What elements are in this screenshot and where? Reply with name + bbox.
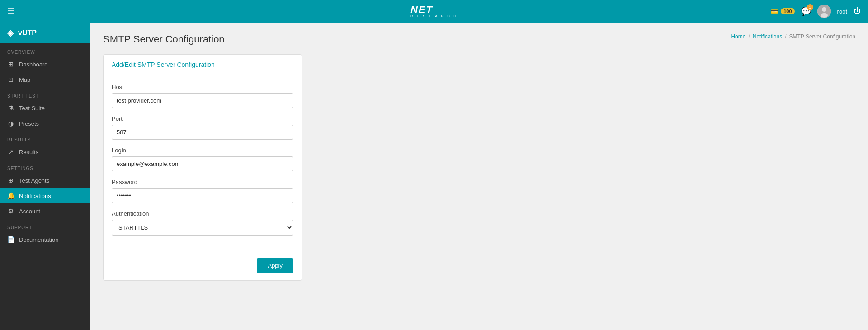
presets-icon: ◑	[7, 120, 14, 127]
auth-select[interactable]: STARTTLS SSL/TLS None	[112, 220, 293, 236]
brand-icon: ◈	[7, 28, 14, 38]
sidebar-item-label: Account	[19, 208, 40, 215]
password-input[interactable]	[112, 188, 293, 203]
login-input[interactable]	[112, 156, 293, 171]
page-title: SMTP Server Configuration	[103, 33, 225, 45]
breadcrumb-current: SMTP Server Configuration	[789, 33, 855, 40]
sidebar-item-results[interactable]: ↗ Results	[0, 144, 90, 160]
map-icon: ⊡	[7, 76, 14, 83]
sidebar-item-test-agents[interactable]: ⊕ Test Agents	[0, 173, 90, 188]
sidebar-item-account[interactable]: ⚙ Account	[0, 203, 90, 219]
auth-group: Authentication STARTTLS SSL/TLS None	[112, 210, 293, 236]
form-card: Add/Edit SMTP Server Configuration Host …	[103, 54, 302, 281]
port-label: Port	[112, 115, 293, 122]
logo-text: NET	[410, 5, 458, 15]
login-label: Login	[112, 147, 293, 154]
host-input[interactable]	[112, 93, 293, 108]
sidebar-item-notifications[interactable]: 🔔 Notifications	[0, 188, 90, 203]
header-right: 💳 100 💬 1 root ⏻	[771, 5, 861, 18]
sidebar-item-label: Test Agents	[19, 177, 49, 184]
main-container: ◈ vUTP OVERVIEW ⊞ Dashboard ⊡ Map START …	[0, 23, 868, 330]
sidebar-item-label: Test Suite	[19, 105, 45, 112]
sidebar-item-label: Dashboard	[19, 61, 48, 68]
sidebar-item-label: Documentation	[19, 236, 58, 243]
breadcrumb: Home / Notifications / SMTP Server Confi…	[731, 33, 855, 40]
password-label: Password	[112, 179, 293, 185]
svg-point-2	[821, 13, 828, 18]
auth-label: Authentication	[112, 210, 293, 217]
hamburger-icon[interactable]: ☰	[7, 6, 14, 16]
content-area: SMTP Server Configuration Home / Notific…	[90, 23, 868, 330]
notifications-icon: 🔔	[7, 192, 14, 199]
credits-group: 💳 100	[771, 8, 794, 15]
sidebar-item-label: Notifications	[19, 193, 51, 199]
sidebar-item-map[interactable]: ⊡ Map	[0, 72, 90, 87]
section-start-test: START TEST	[0, 87, 90, 100]
credits-badge: 100	[781, 8, 794, 14]
host-group: Host	[112, 84, 293, 108]
section-overview: OVERVIEW	[0, 43, 90, 57]
breadcrumb-sep-2: /	[785, 33, 786, 40]
avatar	[817, 5, 831, 18]
sidebar-item-label: Presets	[19, 120, 39, 127]
login-group: Login	[112, 147, 293, 171]
account-icon: ⚙	[7, 207, 14, 215]
chat-icon-wrap[interactable]: 💬 1	[801, 6, 811, 16]
password-group: Password	[112, 179, 293, 203]
page-header: SMTP Server Configuration Home / Notific…	[103, 33, 855, 45]
host-label: Host	[112, 84, 293, 90]
header-left: ☰	[7, 6, 14, 16]
sidebar-item-presets[interactable]: ◑ Presets	[0, 116, 90, 131]
breadcrumb-sep-1: /	[748, 33, 750, 40]
port-input[interactable]	[112, 125, 293, 140]
sidebar-item-label: Map	[19, 76, 30, 83]
power-icon[interactable]: ⏻	[854, 7, 861, 15]
sidebar-item-documentation[interactable]: 📄 Documentation	[0, 232, 90, 247]
sidebar-item-label: Results	[19, 149, 38, 156]
svg-point-1	[822, 7, 826, 12]
port-group: Port	[112, 115, 293, 140]
sidebar-item-test-suite[interactable]: ⚗ Test Suite	[0, 100, 90, 116]
sidebar-item-dashboard[interactable]: ⊞ Dashboard	[0, 57, 90, 72]
brand-name: vUTP	[18, 29, 37, 37]
sidebar: ◈ vUTP OVERVIEW ⊞ Dashboard ⊡ Map START …	[0, 23, 90, 330]
dashboard-icon: ⊞	[7, 61, 14, 68]
chat-badge: 1	[807, 4, 813, 10]
form-actions: Apply	[104, 254, 302, 280]
documentation-icon: 📄	[7, 236, 14, 243]
form-card-body: Host Port Login Password Authentication	[104, 75, 302, 254]
logo-sub: R E S E A R C H	[410, 14, 458, 18]
form-card-header: Add/Edit SMTP Server Configuration	[104, 55, 302, 75]
sidebar-brand: ◈ vUTP	[0, 23, 90, 43]
logo-area: NET R E S E A R C H	[410, 5, 458, 18]
section-support: SUPPORT	[0, 219, 90, 232]
credits-icon: 💳	[771, 8, 778, 15]
apply-button[interactable]: Apply	[257, 258, 293, 273]
section-results: RESULTS	[0, 131, 90, 144]
top-header: ☰ NET R E S E A R C H 💳 100 💬 1 root ⏻	[0, 0, 868, 23]
username-label: root	[837, 8, 847, 15]
breadcrumb-home[interactable]: Home	[731, 33, 745, 40]
results-icon: ↗	[7, 148, 14, 156]
section-settings: SETTINGS	[0, 160, 90, 173]
breadcrumb-notifications[interactable]: Notifications	[753, 33, 782, 40]
test-suite-icon: ⚗	[7, 104, 14, 112]
test-agents-icon: ⊕	[7, 177, 14, 184]
